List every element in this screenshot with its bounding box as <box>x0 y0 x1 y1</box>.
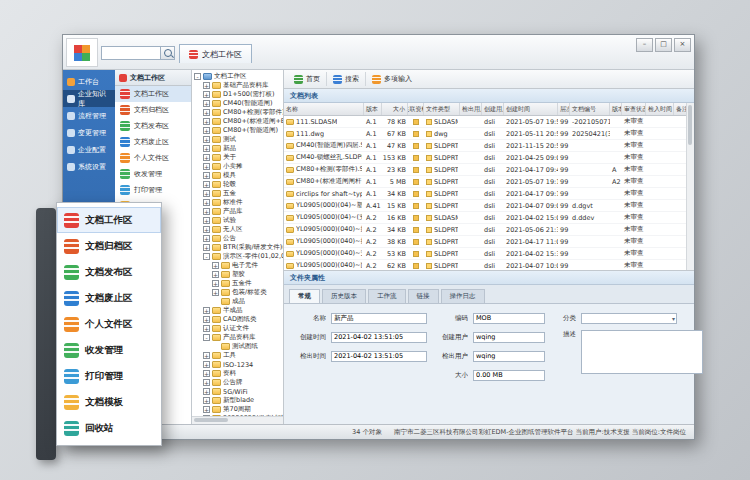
column-header[interactable]: 版本 <box>364 103 382 115</box>
tree-node[interactable]: + 塑胶 <box>192 270 283 279</box>
expand-toggle-icon[interactable]: + <box>203 379 210 386</box>
expand-toggle-icon[interactable]: + <box>203 316 210 323</box>
search-button[interactable] <box>160 46 175 60</box>
tree-node[interactable]: + 关于 <box>192 153 283 162</box>
tree-node[interactable]: + 无人区 <box>192 225 283 234</box>
popup-menu-item[interactable]: 文档模板 <box>57 389 161 415</box>
properties-tab[interactable]: 工作流 <box>368 289 406 303</box>
properties-tab[interactable]: 常规 <box>289 289 320 303</box>
tree-node[interactable]: + ISO-1234 <box>192 360 283 369</box>
expand-toggle-icon[interactable]: - <box>203 253 210 260</box>
table-row[interactable]: 111.SLDASM A.1 78 KB SLDASM dsli 2021-05… <box>284 116 687 128</box>
tree-node[interactable]: - 文档工作区 <box>192 72 283 81</box>
tree-node[interactable]: + CAD图纸类 <box>192 315 283 324</box>
table-row[interactable]: YL0905(000)(040)~面板 A.2 62 KB SLDPRT dsl… <box>284 260 687 270</box>
popup-menu-item[interactable]: 文档发布区 <box>57 259 161 285</box>
module-item[interactable]: 个人文件区 <box>115 150 191 166</box>
table-row[interactable]: CM40-锁螺丝孔.SLDPRT A.1 153 KB SLDPRT dsli … <box>284 152 687 164</box>
properties-tab[interactable]: 操作日志 <box>441 289 485 303</box>
left-nav-item[interactable]: 变更管理 <box>63 124 115 141</box>
expand-toggle-icon[interactable]: + <box>203 388 210 395</box>
expand-toggle-icon[interactable]: + <box>203 109 210 116</box>
expand-toggle-icon[interactable]: + <box>203 118 210 125</box>
column-header[interactable]: 关联资料 <box>408 103 424 115</box>
column-header[interactable]: 检入时间 <box>646 103 674 115</box>
expand-toggle-icon[interactable]: + <box>203 172 210 179</box>
table-row[interactable]: CM80+(标准道闸闸杆+B.SLDPRT A.1 5 MB SLDPRT ds… <box>284 176 687 188</box>
tree-node[interactable]: + 试验 <box>192 216 283 225</box>
name-field[interactable] <box>331 313 427 324</box>
tree-node[interactable]: - 产品资料库 <box>192 333 283 342</box>
tree-node[interactable]: + 测试 <box>192 135 283 144</box>
tree-node[interactable]: 测试图纸 <box>192 342 283 351</box>
table-row[interactable]: YL0905(000)(040)~安装板 A.2 53 KB SLDPRT ds… <box>284 248 687 260</box>
expand-toggle-icon[interactable]: + <box>203 127 210 134</box>
tree-node[interactable]: + 资料 <box>192 369 283 378</box>
expand-toggle-icon[interactable]: + <box>203 181 210 188</box>
column-header[interactable]: 文件类型 <box>424 103 460 115</box>
tree-node[interactable]: + 轮毂 <box>192 180 283 189</box>
tree-node[interactable]: + 新品 <box>192 144 283 153</box>
popup-menu-item[interactable]: 文档废止区 <box>57 285 161 311</box>
table-row[interactable]: circlips for shaft~type.SLDPRT A.1 34 KB… <box>284 188 687 200</box>
tree-node[interactable]: + 五金 <box>192 189 283 198</box>
tree-node[interactable]: + CM40(智能道闸) <box>192 99 283 108</box>
table-row[interactable]: CM40(智能道闸)四层.SLDPRT A.1 47 KB SLDPRT dsl… <box>284 140 687 152</box>
tree-node[interactable]: + CM80+检测(零部件) <box>192 108 283 117</box>
popup-menu-item[interactable]: 打印管理 <box>57 363 161 389</box>
table-row[interactable]: YL0905(000)(040)~拉线 A.2 38 KB SLDPRT dsl… <box>284 236 687 248</box>
popup-menu-item[interactable]: 文档工作区 <box>57 207 161 233</box>
tree-node[interactable]: + 第70周期 <box>192 405 283 414</box>
tree-node[interactable]: + 五金件 <box>192 279 283 288</box>
expand-toggle-icon[interactable]: + <box>212 289 219 296</box>
table-row[interactable]: YL0905(000)(04)~(支架) A.2 16 KB SLDASM ds… <box>284 212 687 224</box>
module-item[interactable]: 文档归档区 <box>115 102 191 118</box>
module-item[interactable]: 文档发布区 <box>115 118 191 134</box>
close-button[interactable]: × <box>674 38 691 52</box>
table-row[interactable]: CM80+检测(零部件).SLDPRT A.1 23 KB SLDPRT dsl… <box>284 164 687 176</box>
table-vertical-scrollbar[interactable] <box>686 103 694 270</box>
tree-node[interactable]: + BTR(采购/研发文件)(冻结) <box>192 243 283 252</box>
scrollbar-thumb[interactable] <box>194 418 228 422</box>
expand-toggle-icon[interactable]: + <box>203 154 210 161</box>
properties-tab[interactable]: 链接 <box>408 289 439 303</box>
description-field[interactable] <box>581 330 703 374</box>
expand-toggle-icon[interactable]: + <box>203 145 210 152</box>
expand-toggle-icon[interactable]: + <box>212 262 219 269</box>
toolbar-button[interactable]: 多项输入 <box>365 72 418 86</box>
expand-toggle-icon[interactable]: + <box>203 136 210 143</box>
tree-horizontal-scrollbar[interactable] <box>192 416 283 424</box>
module-item[interactable]: 文档废止区 <box>115 134 191 150</box>
table-row[interactable]: 111.dwg A.1 67 KB dwg dsli 2021-05-11 20… <box>284 128 687 140</box>
size-field[interactable] <box>473 370 545 381</box>
tree-node[interactable]: + 工具 <box>192 351 283 360</box>
expand-toggle-icon[interactable]: + <box>203 244 210 251</box>
expand-toggle-icon[interactable]: + <box>203 82 210 89</box>
tree-node[interactable]: + 包装/标签类 <box>192 288 283 297</box>
expand-toggle-icon[interactable]: + <box>203 217 210 224</box>
tree-node[interactable]: + 小卖摊 <box>192 162 283 171</box>
toolbar-button[interactable]: 首页 <box>288 72 326 86</box>
expand-toggle-icon[interactable]: + <box>203 406 210 413</box>
category-select[interactable]: ▾ <box>581 313 677 324</box>
properties-tab[interactable]: 历史版本 <box>322 289 366 303</box>
left-nav-item[interactable]: 企业知识库 <box>63 90 115 107</box>
search-input[interactable] <box>101 46 160 60</box>
column-header[interactable]: 审查状态 <box>622 103 646 115</box>
tab-doc-workspace[interactable]: 文档工作区 <box>179 44 252 63</box>
column-header[interactable]: 版本 <box>610 103 622 115</box>
expand-toggle-icon[interactable]: + <box>203 190 210 197</box>
tree-node[interactable]: + 认证文件 <box>192 324 283 333</box>
tree-node[interactable]: + 新型blade <box>192 396 283 405</box>
expand-toggle-icon[interactable]: + <box>203 361 210 368</box>
tree-node[interactable]: + CM80+(智能道闸) <box>192 126 283 135</box>
expand-toggle-icon[interactable]: + <box>203 226 210 233</box>
expand-toggle-icon[interactable]: + <box>212 271 219 278</box>
expand-toggle-icon[interactable]: + <box>203 307 210 314</box>
column-header[interactable]: 层次 <box>558 103 570 115</box>
expand-toggle-icon[interactable]: + <box>203 91 210 98</box>
expand-toggle-icon[interactable]: - <box>194 73 201 80</box>
tree-node[interactable]: + 公告牌 <box>192 378 283 387</box>
expand-toggle-icon[interactable]: + <box>203 325 210 332</box>
expand-toggle-icon[interactable]: + <box>203 199 210 206</box>
